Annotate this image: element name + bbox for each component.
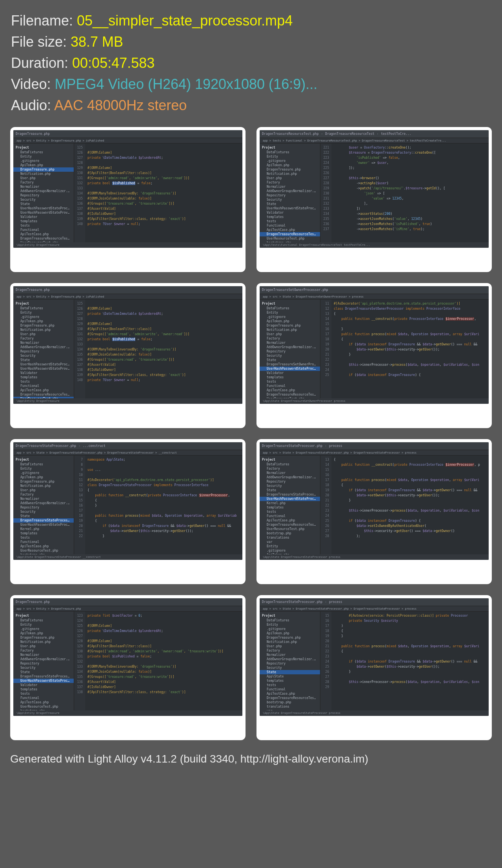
ide-titlebar: DragonTreasureResourceTest.php›DragonTre… xyxy=(260,130,489,138)
sidebar-item: State xyxy=(13,670,74,674)
sidebar-item: Notification.php xyxy=(260,328,320,332)
code-editor: 111213141516171819202122232425 #[AsDecor… xyxy=(320,300,489,398)
sidebar-item: DragonTreasure.php xyxy=(260,323,320,328)
sidebar-item: UserHashPasswordStateProvider.php xyxy=(13,367,74,371)
code-editor: 78910111213141516171819202122 namespace … xyxy=(74,456,242,554)
sidebar-item: DragonTreasureStateProcessor.php xyxy=(13,518,74,523)
ide-screenshot: DragonTreasure.php app > src > Entity > … xyxy=(13,598,242,716)
timestamp-label: 00:04:42.405 xyxy=(13,716,242,737)
sidebar-item: Security xyxy=(260,666,320,670)
sidebar-item: Factory xyxy=(13,648,74,653)
sidebar-item: tests xyxy=(260,510,320,514)
code-editor: 1251261271281291301311321331341351361371… xyxy=(74,143,242,242)
sidebar-item: Notification.php xyxy=(260,640,320,644)
sidebar-item: Entity xyxy=(13,623,74,627)
sidebar-item: .gitignore xyxy=(260,548,320,553)
sidebar-item: Security xyxy=(260,198,320,202)
code-editor: 2212222232242252262272282292302312322332… xyxy=(320,143,489,242)
sidebar-item: ApiToken.php xyxy=(13,475,74,479)
line-gutter: 111213141516171819202122232425 xyxy=(320,300,331,398)
sidebar-item: UserHashPasswordStateProcessor.php xyxy=(13,523,74,527)
thumbnail-frame: DragonTreasureStateProcessor.php›process… xyxy=(256,439,492,584)
sidebar-item: Security xyxy=(13,198,74,202)
editor-tab: process xyxy=(329,600,342,604)
sidebar-item: Project xyxy=(13,613,74,618)
sidebar-item: ApiTestCase.php xyxy=(13,232,74,236)
sidebar-item: State xyxy=(13,514,74,518)
sidebar-item: Repository xyxy=(13,505,74,510)
sidebar-item: State xyxy=(260,670,320,674)
timestamp-label: 00:05:25.852 xyxy=(260,716,489,737)
sidebar-item: Security xyxy=(13,354,74,358)
sidebar-item: templates xyxy=(13,531,74,536)
sidebar-item: Repository xyxy=(13,661,74,666)
timestamp-label: 00:01:05.170 xyxy=(260,248,489,269)
meta-value: 05__simpler_state_processor.mp4 xyxy=(77,13,293,29)
sidebar-item: Functional xyxy=(13,384,74,388)
editor-tab: DragonTreasure.php xyxy=(16,288,50,292)
sidebar-item: templates xyxy=(260,679,320,683)
sidebar-item: DragonTreasureResourceTest.php xyxy=(260,232,320,236)
sidebar-item: UserHashPasswordStateProcessor.php xyxy=(260,367,320,371)
sidebar-item: tests xyxy=(13,692,74,696)
sidebar-item: var xyxy=(260,540,320,544)
sidebar-item: Functional xyxy=(260,687,320,692)
sidebar-item: tests xyxy=(13,223,74,228)
sidebar-item: User.php xyxy=(13,644,74,648)
sidebar-item: User.php xyxy=(260,176,320,180)
sidebar-item: templates xyxy=(13,687,74,692)
ide-statusbar: \App\Entity DragonTreasure xyxy=(13,398,242,404)
sidebar-item: UserHashPasswordStateProcessor.php xyxy=(13,362,74,367)
sidebar-item: Normalizer xyxy=(13,653,74,657)
breadcrumb: app > src > State > DragonTreasureSetOwn… xyxy=(260,294,489,300)
thumbnail-cell: DragonTreasure.php app > src > Entity > … xyxy=(10,283,246,428)
sidebar-item: Repository xyxy=(260,349,320,354)
ide-screenshot: DragonTreasure.php app > src > Entity > … xyxy=(13,130,242,248)
code-content: #[AsDecorator('api_platform.doctrine.orm… xyxy=(331,300,489,398)
sidebar-item: UserHashPasswordStateProcessor.php xyxy=(13,206,74,211)
sidebar-item: Repository xyxy=(13,349,74,354)
sidebar-item: User.php xyxy=(260,332,320,336)
sidebar-item: DragonTreasure.php xyxy=(260,167,320,172)
editor-tab: DragonTreasureResourceTest.php xyxy=(262,132,319,136)
sidebar-item: tests xyxy=(13,536,74,540)
sidebar-item: DragonTreasure.php xyxy=(13,636,74,640)
editor-tab: DragonTreasureStateProcessor.php xyxy=(262,444,322,448)
sidebar-item: DragonTreasure.php xyxy=(13,323,74,328)
meta-filename: Filename: 05__simpler_state_processor.mp… xyxy=(11,10,491,31)
sidebar-item: ApiToken.php xyxy=(13,163,74,167)
ide-titlebar: DragonTreasure.php xyxy=(13,130,242,138)
thumbnail-frame: DragonTreasure.php app > src > Entity > … xyxy=(10,283,246,428)
project-tree: ProjectDataFixturesEntity.gitignoreApiTo… xyxy=(260,300,320,398)
ide-titlebar: DragonTreasure.php xyxy=(13,598,242,606)
sidebar-item: .gitignore xyxy=(260,315,320,319)
ide-statusbar: \App\State DragonTreasureSetOwnerProcess… xyxy=(260,398,489,404)
sidebar-item: DataFixtures xyxy=(260,462,320,467)
sidebar-item: State xyxy=(260,488,320,492)
timestamp-label: 00:00:21.723 xyxy=(13,248,242,269)
sidebar-item: Validator xyxy=(260,371,320,375)
meta-video: Video: MPEG4 Video (H264) 1920x1080 (16:… xyxy=(11,74,491,95)
generator-footer: Generated with Light Alloy v4.11.2 (buil… xyxy=(0,748,502,777)
code-editor: 13141516171819202122232425262728 { publi… xyxy=(320,456,489,554)
sidebar-item: Factory xyxy=(260,467,320,471)
sidebar-item: .gitignore xyxy=(13,627,74,631)
sidebar-item: Notification.php xyxy=(13,172,74,176)
sidebar-item: Entity xyxy=(13,154,74,159)
sidebar-item: translations xyxy=(260,705,320,709)
meta-duration: Duration: 00:05:47.583 xyxy=(11,53,491,74)
editor-tab: DragonTreasureStateProcessor.php xyxy=(262,600,322,604)
sidebar-item: UserHashPasswordStateProcessor.php xyxy=(260,206,320,211)
ide-screenshot: DragonTreasureStateProcessor.php›process… xyxy=(260,598,489,716)
sidebar-item: State xyxy=(13,202,74,206)
sidebar-item: Factory xyxy=(260,180,320,185)
thumbnail-frame: DragonTreasureSetOwnerProcessor.php app … xyxy=(256,283,492,428)
sidebar-item: ApiToken.php xyxy=(260,163,320,167)
meta-label: Audio: xyxy=(11,97,54,113)
meta-value: 38.7 MB xyxy=(71,34,123,50)
sidebar-item: templates xyxy=(260,505,320,510)
sidebar-item: DragonTreasureResourceTest.php xyxy=(260,696,320,700)
sidebar-item: ApiTestCase.php xyxy=(13,388,74,392)
sidebar-item: App\State xyxy=(260,674,320,679)
sidebar-item: User.php xyxy=(13,176,74,180)
